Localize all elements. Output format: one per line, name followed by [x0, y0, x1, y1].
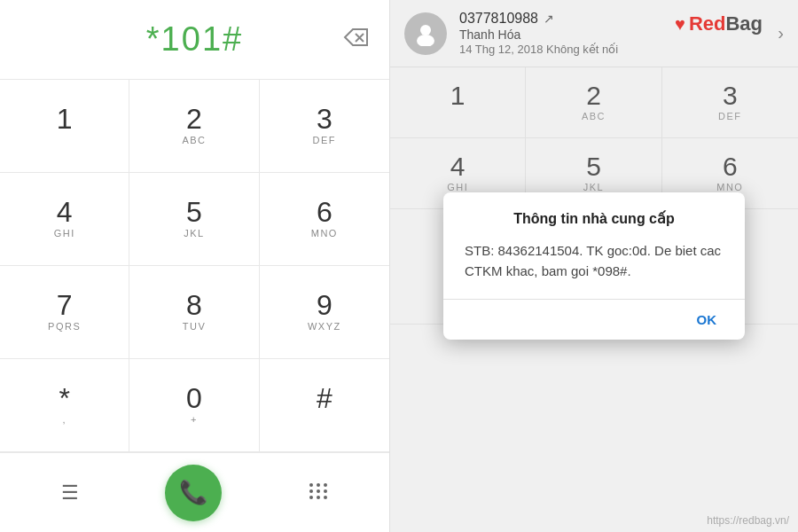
key-main-2: 3	[317, 105, 332, 133]
dialer-number: *101#	[146, 20, 243, 59]
key-sub-8: WXYZ	[308, 321, 341, 333]
key-main-4: 5	[186, 198, 202, 226]
key-sub-10: +	[191, 414, 198, 426]
ok-button[interactable]: OK	[683, 307, 732, 332]
key-sub-4: JKL	[184, 228, 204, 240]
key-sub-9: ,	[62, 414, 66, 426]
svg-point-2	[309, 483, 313, 487]
key-sub-5: MNO	[311, 228, 338, 240]
key-9[interactable]: 9 WXYZ	[260, 266, 389, 359]
key-7[interactable]: 7 PQRS	[0, 266, 129, 359]
call-log-panel: ♥ RedBag 0377810988 ↗ Thanh Hóa 14 Thg 1…	[390, 0, 798, 532]
dialog-overlay: Thông tin nhà cung cấp STB: 84362141504.…	[390, 0, 798, 532]
svg-point-8	[309, 496, 313, 499]
dialog-title: Thông tin nhà cung cấp	[443, 192, 745, 236]
dialer-display: *101#	[0, 0, 389, 80]
key-main-6: 7	[57, 291, 73, 319]
backspace-button[interactable]	[343, 27, 368, 52]
key-4[interactable]: 4 GHI	[0, 173, 129, 266]
key-3[interactable]: 3 DEF	[260, 80, 389, 173]
key-main-8: 9	[317, 291, 332, 319]
key-main-1: 2	[186, 105, 202, 133]
key-main-0: 1	[57, 105, 73, 133]
key-main-9: *	[59, 384, 69, 412]
menu-icon[interactable]: ☰	[61, 481, 79, 505]
key-6[interactable]: 6 MNO	[260, 173, 389, 266]
dialer-actions: ☰ 📞	[0, 452, 389, 532]
key-main-11: #	[317, 384, 332, 412]
key-main-10: 0	[186, 384, 202, 412]
dialog-box: Thông tin nhà cung cấp STB: 84362141504.…	[443, 192, 745, 340]
key-0[interactable]: 0 +	[129, 359, 259, 452]
key-sub-1: ABC	[182, 135, 206, 147]
svg-point-7	[324, 489, 327, 493]
key-main-5: 6	[317, 198, 332, 226]
key-2[interactable]: 2 ABC	[129, 80, 259, 173]
key-8[interactable]: 8 TUV	[129, 266, 259, 359]
svg-point-4	[324, 483, 327, 487]
key-sub-3: GHI	[54, 228, 75, 240]
key-main-7: 8	[186, 291, 202, 319]
key-sub-7: TUV	[183, 321, 207, 333]
key-hash[interactable]: #	[260, 359, 389, 452]
svg-point-10	[324, 496, 327, 499]
key-star[interactable]: * ,	[0, 359, 129, 452]
svg-point-5	[309, 489, 313, 493]
key-sub-6: PQRS	[48, 321, 81, 333]
call-button[interactable]: 📞	[165, 465, 222, 521]
key-main-3: 4	[57, 198, 73, 226]
key-5[interactable]: 5 JKL	[129, 173, 259, 266]
dialer-panel: *101# 1 2 ABC 3 DEF 4 GHI 5 JKL 6	[0, 0, 390, 532]
svg-point-3	[317, 483, 320, 487]
key-1[interactable]: 1	[0, 80, 129, 173]
key-sub-2: DEF	[313, 135, 337, 147]
keypad: 1 2 ABC 3 DEF 4 GHI 5 JKL 6 MNO 7 PQRS 8…	[0, 80, 389, 452]
dialog-body: STB: 84362141504. TK goc:0d. De biet cac…	[443, 236, 745, 299]
dots-icon[interactable]	[308, 481, 329, 505]
svg-point-9	[317, 496, 320, 499]
dialog-actions: OK	[443, 300, 745, 340]
svg-point-6	[317, 489, 320, 493]
phone-icon: 📞	[179, 479, 207, 506]
